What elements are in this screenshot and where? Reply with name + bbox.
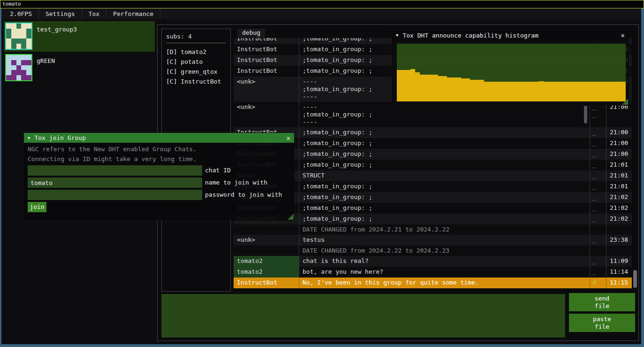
- menu-item-2-0fps[interactable]: 2.0FPS: [3, 8, 39, 19]
- group-row-gREEN[interactable]: gREEN: [4, 53, 155, 83]
- join-window-title: Tox join Group: [34, 134, 86, 141]
- status-cell: [590, 224, 606, 235]
- message-cell: chat is this real?: [299, 256, 590, 267]
- chat-scrollbar[interactable]: [632, 38, 637, 289]
- member-item-tomato2[interactable]: [D] tomato2: [166, 47, 226, 57]
- status-cell: _ _: [590, 170, 606, 181]
- members-separator: [166, 43, 226, 43]
- histogram-bar: [433, 75, 438, 101]
- histogram-bar: [484, 82, 489, 101]
- menu-item-settings[interactable]: Settings: [39, 8, 82, 19]
- send-file-button[interactable]: send file: [569, 293, 635, 311]
- histogram-bar: [429, 75, 433, 101]
- histogram-bar: [410, 69, 415, 101]
- timestamp-cell: 11:09: [606, 256, 632, 267]
- member-item-InstructBot[interactable]: [C] InstructBot: [166, 77, 226, 86]
- window-title-strip: tomato: [0, 0, 644, 8]
- sender-cell: <unk>: [234, 102, 299, 127]
- histogram-bar: [443, 76, 447, 101]
- field-label: password to join with: [205, 191, 282, 198]
- message-cell: ;tomato_in_group: ;: [299, 203, 590, 214]
- collapse-arrow-icon[interactable]: ▼: [396, 33, 398, 38]
- histogram-bar: [493, 82, 498, 101]
- timestamp-cell: 21:00: [606, 138, 632, 149]
- histogram-bar: [452, 77, 456, 101]
- timestamp-cell: 21:00: [606, 149, 632, 160]
- histogram-bar: [571, 82, 576, 101]
- histogram-bar: [456, 77, 461, 101]
- message-cell: ;tomato_in_group: ;: [299, 181, 590, 192]
- resize-grip-icon[interactable]: [622, 99, 628, 105]
- timestamp-cell: [606, 246, 632, 256]
- histogram-bar: [607, 82, 612, 101]
- timestamp-cell: 21:00: [606, 127, 632, 138]
- status-cell: _ _: [590, 138, 606, 149]
- histogram-bar: [511, 82, 516, 101]
- sender-cell: <unk>: [234, 235, 299, 246]
- close-icon[interactable]: ✕: [621, 31, 625, 39]
- close-icon[interactable]: ✕: [287, 134, 290, 142]
- chat-id-input[interactable]: [28, 165, 202, 176]
- join-group-window: ▼ Tox join Group ✕ NGC refers to the New…: [23, 132, 295, 221]
- timestamp-cell: [606, 224, 632, 235]
- paste-file-button[interactable]: paste file: [569, 314, 635, 332]
- message-cell: STRUCT: [299, 170, 590, 181]
- histogram-bar: [465, 78, 470, 101]
- sender-cell: tomato2: [234, 256, 299, 267]
- histogram-bar: [557, 82, 562, 101]
- histogram-bar: [470, 80, 475, 101]
- status-cell: _ _: [590, 102, 606, 127]
- menu-item-tox[interactable]: Tox: [82, 8, 106, 19]
- sender-cell: tomato2: [234, 267, 299, 278]
- status-cell: _ _: [590, 160, 606, 170]
- status-cell: _ _: [590, 235, 606, 246]
- message-row: tomato2chat is this real?_ _11:09: [234, 256, 632, 267]
- name-input[interactable]: [28, 177, 202, 188]
- histogram-bar: [488, 82, 493, 101]
- group-name: gREEN: [37, 54, 55, 82]
- member-item-green_qtox[interactable]: [C] green_qtox: [166, 67, 226, 77]
- window-border-bottom: [0, 344, 644, 347]
- histogram-bar: [530, 82, 534, 101]
- histogram-bar: [584, 82, 589, 101]
- message-row: <unk>---- ;tomato_in_group: ; ----_ _21:…: [234, 102, 632, 127]
- histogram-window-title: Tox DHT announce capability histogram: [402, 32, 538, 39]
- histogram-bar: [562, 82, 567, 101]
- histogram-bar: [502, 82, 507, 101]
- histogram-bar: [544, 82, 548, 101]
- message-input[interactable]: [161, 294, 565, 338]
- message-cell: ;tomato_in_group: ;: [299, 127, 590, 138]
- collapse-arrow-icon[interactable]: ▼: [28, 136, 30, 140]
- histogram-bar: [580, 82, 585, 101]
- message-row: tomato2bot, are you new here?_ _11:14: [234, 267, 632, 278]
- status-cell: _ _: [590, 267, 606, 278]
- chat-scrollbar-thumb[interactable]: [633, 270, 637, 288]
- message-scrollbar-thumb[interactable]: [584, 106, 587, 123]
- group-list: test_group3gREEN: [4, 21, 155, 84]
- timestamp-cell: 21:01: [606, 170, 632, 181]
- menu-item-performance[interactable]: Performance: [106, 8, 160, 19]
- tab-debug[interactable]: debug: [237, 29, 265, 38]
- join-button[interactable]: join: [28, 202, 46, 212]
- histogram-bar: [525, 82, 530, 101]
- histogram-bar: [516, 82, 521, 101]
- resize-grip-icon[interactable]: [288, 214, 294, 220]
- password-input[interactable]: [28, 190, 202, 200]
- histogram-bar: [548, 82, 553, 101]
- message-cell: ;tomato_in_group: ;: [299, 138, 590, 149]
- status-cell: _ _: [590, 149, 606, 160]
- join-window-titlebar[interactable]: ▼ Tox join Group ✕: [24, 133, 294, 143]
- histogram-window-titlebar[interactable]: ▼ Tox DHT announce capability histogram …: [392, 30, 629, 40]
- status-cell: _ _: [590, 214, 606, 224]
- window-border-left: [0, 8, 1, 347]
- message-cell: testus: [299, 235, 590, 246]
- field-label: name to join with: [205, 179, 267, 186]
- histogram-bar: [420, 75, 424, 101]
- member-item-potato[interactable]: [C] potato: [166, 57, 226, 67]
- status-cell: _ _: [590, 181, 606, 192]
- sender-cell: InstructBot: [234, 55, 299, 66]
- histogram-bar: [461, 78, 466, 101]
- group-row-test_group3[interactable]: test_group3: [4, 21, 155, 52]
- window-title: tomato: [2, 1, 21, 7]
- message-cell: ;tomato_in_group: ;: [299, 214, 590, 224]
